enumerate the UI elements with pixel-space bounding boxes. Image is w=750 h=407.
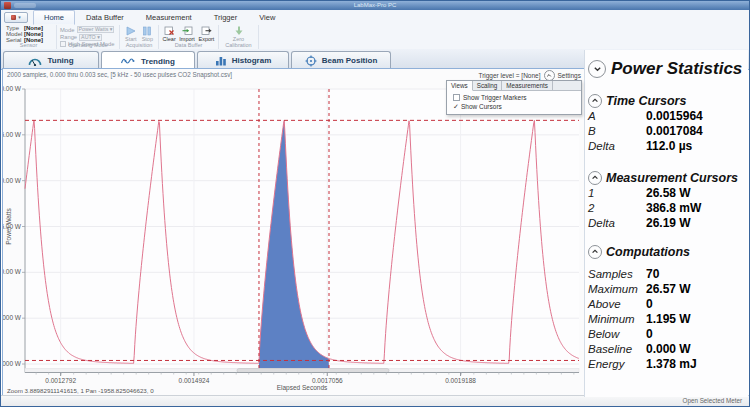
chart-settings-popup: Views Scaling Measurements Show Trigger …: [446, 80, 582, 115]
chevron-up-icon: [591, 248, 599, 255]
trigger-level-label: Trigger level = [None]: [478, 72, 540, 79]
show-trigger-markers-option[interactable]: Show Trigger Markers: [453, 93, 577, 102]
start-button[interactable]: Start: [125, 26, 137, 42]
ribbon-menu-bar: ▾ Home Data Buffer Measurement Trigger V…: [1, 10, 749, 25]
popup-tab-views[interactable]: Views: [447, 81, 473, 91]
ribbon-group-operating-mode: Mode Power Watts ▾ Range AUTO ▾ High Spe…: [57, 25, 120, 49]
stat-row: Energy1.378 mJ: [588, 356, 748, 371]
export-button[interactable]: Export: [198, 26, 214, 42]
title-bar: LabMax-Pro PC: [1, 1, 749, 10]
menu-tab-trigger[interactable]: Trigger: [203, 10, 248, 25]
tab-histogram[interactable]: Histogram: [197, 51, 289, 69]
window-title: LabMax-Pro PC: [1, 2, 749, 9]
menu-tab-view[interactable]: View: [248, 10, 286, 25]
stat-row: Delta112.0 µs: [588, 138, 748, 153]
tab-beam-position[interactable]: Beam Position: [291, 51, 391, 69]
stop-button[interactable]: Stop: [142, 26, 153, 42]
zero-down-arrow-icon: [234, 26, 244, 36]
ribbon-group-calibration: Zero Calibration: [219, 25, 259, 49]
y-tick-label: 5.000 W: [3, 314, 22, 321]
x-axis-label: Elapsed Seconds: [277, 384, 328, 392]
group-caption-operating-mode: Operating Mode: [57, 43, 119, 49]
y-tick-label: 30.00 W: [3, 85, 22, 92]
stat-row: A0.0015964: [588, 108, 748, 123]
import-button[interactable]: Import: [179, 26, 195, 42]
chevron-down-icon: [593, 65, 602, 73]
collapse-measurement-cursors-button[interactable]: [588, 171, 602, 185]
trend-chart-area[interactable]: 2000 samples, 0.000 thru 0.003 sec, [5 k…: [3, 69, 584, 397]
checkmark-icon: ✓: [453, 103, 458, 110]
x-tick-label: 0.0019188: [445, 377, 476, 384]
checkbox-unchecked-icon: [453, 94, 460, 101]
stat-row: Below0: [588, 326, 748, 341]
chevron-up-icon: [591, 97, 599, 104]
menu-tab-data-buffer[interactable]: Data Buffer: [75, 10, 135, 25]
section-title-time-cursors: Time Cursors: [606, 94, 686, 108]
collapse-time-cursors-button[interactable]: [588, 94, 602, 108]
status-text: Open Selected Meter: [682, 397, 742, 404]
chart-scrollbar-thumb[interactable]: [237, 369, 389, 373]
stat-row: Maximum26.57 W: [588, 281, 748, 296]
group-caption-data-buffer: Data Buffer: [159, 43, 218, 49]
stat-row: Minimum1.195 W: [588, 311, 748, 326]
ribbon: Type[None] Model[None] Serial[None] Sens…: [1, 25, 749, 50]
collapse-computations-button[interactable]: [588, 245, 602, 259]
gauge-icon: [28, 56, 42, 66]
show-cursors-option[interactable]: ✓ Show Cursors: [453, 102, 577, 111]
y-tick-label: 20.00 W: [3, 177, 22, 184]
histogram-icon: [215, 56, 227, 66]
section-title-measurement-cursors: Measurement Cursors: [606, 171, 738, 185]
x-tick-label: 0.0017056: [312, 377, 343, 384]
chevron-down-icon: ▾: [18, 15, 21, 20]
stat-row: Baseline0.000 W: [588, 341, 748, 356]
zero-button[interactable]: Zero: [233, 26, 244, 42]
buffer-summary-text: 2000 samples, 0.000 thru 0.003 sec, [5 k…: [7, 71, 232, 78]
tab-tuning[interactable]: Tuning: [3, 51, 99, 69]
x-tick-label: 0.0012792: [45, 377, 76, 384]
app-window: LabMax-Pro PC ▾ Home Data Buffer Measure…: [0, 0, 750, 407]
stat-row: Above0: [588, 296, 748, 311]
range-select[interactable]: AUTO ▾: [79, 34, 102, 41]
clear-button[interactable]: Clear: [163, 26, 176, 42]
y-tick-label: 0.000 W: [3, 360, 22, 367]
zoom-pan-status: Zoom 3.88982911141615, 1 Pan -1958.82504…: [7, 387, 154, 394]
x-tick-label: 0.0014924: [179, 377, 210, 384]
crosshair-icon: [305, 55, 317, 67]
y-tick-label: 10.00 W: [3, 268, 22, 275]
trend-plot[interactable]: 30.00 W25.00 W20.00 W15.00 W10.00 W5.000…: [3, 69, 584, 397]
y-tick-label: 25.00 W: [3, 131, 22, 138]
import-icon: [182, 26, 193, 36]
settings-link[interactable]: Settings: [558, 72, 582, 79]
application-menu-button[interactable]: ▾: [4, 12, 28, 23]
export-icon: [201, 26, 212, 36]
stat-row: 2386.8 mW: [588, 200, 748, 215]
ribbon-group-data-buffer: Clear Import Export Data Buffer: [159, 25, 219, 49]
application-menu-icon: [11, 15, 16, 20]
menu-tab-home[interactable]: Home: [33, 10, 75, 25]
clear-icon: [164, 26, 175, 36]
collapse-panel-button[interactable]: [588, 60, 606, 78]
stat-row: Delta26.19 W: [588, 215, 748, 230]
stat-row: 126.58 W: [588, 185, 748, 200]
panel-title: Power Statistics: [611, 59, 742, 79]
y-axis-label: Power Watts: [5, 207, 12, 244]
group-caption-sensor: Sensor: [1, 43, 56, 49]
chevron-up-icon: [546, 73, 552, 78]
ribbon-group-sensor: Type[None] Model[None] Serial[None] Sens…: [1, 25, 57, 49]
waveform-icon: [121, 56, 136, 66]
popup-tab-measurements[interactable]: Measurements: [502, 81, 553, 90]
group-caption-acquisition: Acquisition: [120, 43, 158, 49]
power-statistics-panel: Power Statistics Time Cursors A0.0015964…: [584, 50, 748, 397]
pause-icon: [142, 26, 152, 36]
play-icon: [125, 26, 136, 36]
stat-row: B0.0017084: [588, 123, 748, 138]
popup-tab-scaling[interactable]: Scaling: [473, 81, 503, 90]
stat-row: Samples70: [588, 266, 748, 281]
mode-select[interactable]: Power Watts ▾: [77, 26, 115, 33]
menu-tab-measurement[interactable]: Measurement: [135, 10, 203, 25]
section-title-computations: Computations: [606, 245, 690, 259]
chevron-up-icon: [591, 174, 599, 181]
ribbon-group-acquisition: Start Stop Acquisition: [120, 25, 159, 49]
group-caption-calibration: Calibration: [219, 43, 258, 49]
